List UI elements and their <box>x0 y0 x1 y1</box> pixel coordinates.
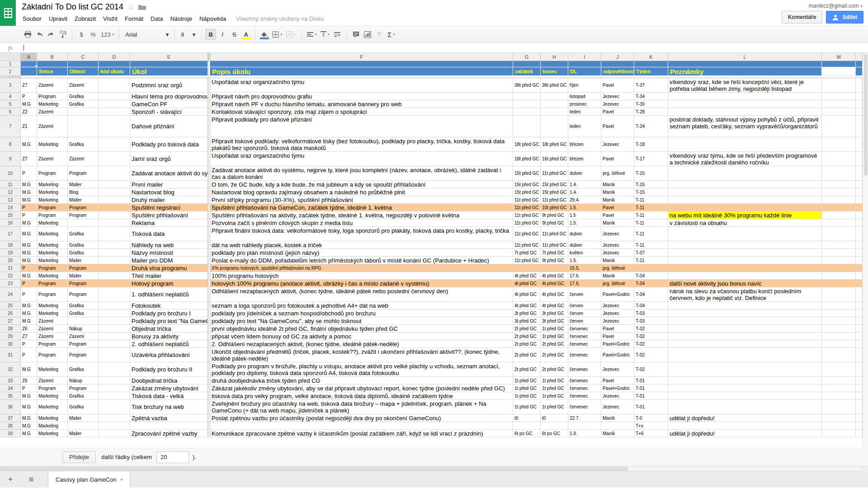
cell-G27[interactable]: 3t před GC <box>513 317 541 325</box>
cell-A6[interactable]: Z2 <box>21 108 37 116</box>
cell-B33[interactable]: Zázemí <box>37 377 68 385</box>
cell-I31[interactable]: červenec <box>568 348 601 362</box>
cell-I19[interactable]: květen <box>568 249 601 257</box>
cell-I26[interactable]: červen <box>568 310 601 317</box>
cell-K2[interactable]: Týden <box>634 67 668 76</box>
cell-D16[interactable] <box>99 219 130 227</box>
cell-J33[interactable]: Pavel <box>601 377 634 385</box>
cell-M11[interactable] <box>822 181 856 188</box>
font-size-select[interactable]: 8▾ <box>178 29 198 39</box>
cell-J34[interactable]: Pavel+Godric <box>601 385 634 392</box>
cell-C35[interactable]: Grafika <box>68 392 99 400</box>
text-color-button[interactable]: A <box>241 29 251 40</box>
cell-N15[interactable] <box>856 211 863 219</box>
cell-H2[interactable]: konec <box>541 67 568 76</box>
cell-N18[interactable] <box>856 241 863 249</box>
cell-H32[interactable]: 2t před GC <box>541 362 568 377</box>
cell-E3[interactable]: Podzimní sraz orgů <box>130 78 208 93</box>
cell-I13[interactable]: 29.4. <box>568 196 601 204</box>
cell-J31[interactable]: Pavel+Godric <box>601 348 634 362</box>
cell-B22[interactable]: Marketing <box>37 272 68 280</box>
filter-icon[interactable] <box>374 29 385 40</box>
cell-M8[interactable] <box>822 137 856 152</box>
col-header-E[interactable]: E <box>130 53 208 61</box>
cell-M23[interactable] <box>822 280 856 287</box>
cell-B10[interactable]: Program <box>37 166 68 181</box>
cell-M25[interactable] <box>822 302 856 310</box>
cell-G11[interactable]: 15t před GC <box>513 181 541 188</box>
cell-F12[interactable]: Nastartovat blog opravdu zajímavý obsahe… <box>210 188 513 196</box>
cell-B8[interactable]: Marketing <box>37 137 68 152</box>
cell-C24[interactable]: Program <box>68 287 99 302</box>
cell-L26[interactable] <box>668 310 822 317</box>
col-header-M[interactable]: M <box>822 53 856 61</box>
row-header-34[interactable]: 34 <box>0 385 21 392</box>
cell-M17[interactable] <box>822 227 856 241</box>
cell-A7[interactable]: Z1 <box>21 116 37 137</box>
row-header-35[interactable]: 35 <box>0 392 21 400</box>
horizontal-align-button[interactable]: ▾ <box>306 29 318 40</box>
cell-N5[interactable] <box>856 100 863 108</box>
row-header-39[interactable]: 39 <box>0 430 21 437</box>
cell-C26[interactable]: Grafika <box>68 310 99 317</box>
cell-H12[interactable]: 15t před GC <box>541 188 568 196</box>
cell-E7[interactable]: Daňové přiznání <box>130 116 208 137</box>
col-header-J[interactable]: J <box>601 53 634 61</box>
cell-K23[interactable]: T-04 <box>634 280 668 287</box>
cell-A21[interactable]: P <box>21 264 37 272</box>
cell-I35[interactable]: červenec <box>568 392 601 400</box>
cell-M35[interactable] <box>822 392 856 400</box>
document-title[interactable]: Základní To Do list GC 2014 <box>22 2 123 12</box>
cell-L13[interactable] <box>668 196 822 204</box>
cell-A12[interactable]: M.G <box>21 188 37 196</box>
cell-G6[interactable] <box>513 108 541 116</box>
cell-L38[interactable] <box>668 422 822 430</box>
cell-G9[interactable]: 18t před GC <box>513 152 541 166</box>
cell-D37[interactable] <box>99 414 130 422</box>
cell-E37[interactable]: Zpětná vazba <box>130 414 208 422</box>
cell-D4[interactable] <box>99 93 130 100</box>
cell-M28[interactable] <box>822 325 856 333</box>
cell-N17[interactable] <box>856 227 863 241</box>
cell-C15[interactable]: Program <box>68 211 99 219</box>
col-header-L[interactable]: L <box>668 53 822 61</box>
cell-F1[interactable] <box>210 61 513 67</box>
cell-F35[interactable]: tisková data pro velký program, velké an… <box>210 392 513 400</box>
cell-M5[interactable] <box>822 100 856 108</box>
cell-K21[interactable] <box>634 264 668 272</box>
cell-D3[interactable] <box>99 78 130 93</box>
cell-K11[interactable]: T-15 <box>634 181 668 188</box>
cell-N4[interactable] <box>856 93 863 100</box>
cell-N36[interactable] <box>856 400 863 414</box>
cell-J4[interactable]: Jezevec <box>601 93 634 100</box>
cell-G29[interactable]: 2t před GC <box>513 333 541 340</box>
cell-K14[interactable]: T-11 <box>634 204 668 211</box>
cell-H11[interactable]: 15t před GC <box>541 181 568 188</box>
cell-J12[interactable]: Maník <box>601 188 634 196</box>
add-rows-count-input[interactable] <box>156 451 189 463</box>
folder-icon[interactable] <box>138 4 146 10</box>
cell-E10[interactable]: Zadávat anotace aktivit do sys <box>130 166 208 181</box>
cell-I28[interactable]: červenec <box>568 325 601 333</box>
cell-I17[interactable]: duben <box>568 227 601 241</box>
cell-G8[interactable]: 18t před GC <box>513 137 541 152</box>
cell-B12[interactable]: Marketing <box>37 188 68 196</box>
cell-A27[interactable]: M.G <box>21 317 37 325</box>
row-header-27[interactable]: 27 <box>0 317 21 325</box>
paint-format-icon[interactable] <box>57 29 68 40</box>
cell-B23[interactable]: Program <box>37 280 68 287</box>
cell-L9[interactable]: víkendový sraz týmu, kde se řeší předevš… <box>668 152 822 166</box>
cell-D26[interactable] <box>99 310 130 317</box>
cell-J2[interactable]: odpovědnost <box>601 67 634 76</box>
cell-M31[interactable] <box>822 348 856 362</box>
cell-J1[interactable] <box>601 61 634 67</box>
cell-N26[interactable] <box>856 310 863 317</box>
cell-L2[interactable]: Poznámky <box>668 67 822 76</box>
cell-I5[interactable]: prosinec <box>568 100 601 108</box>
cell-K38[interactable]: T+x <box>634 422 668 430</box>
cell-E15[interactable]: Spuštění přihlašování <box>130 211 208 219</box>
cell-B2[interactable]: Sekce <box>37 67 68 76</box>
cell-J20[interactable]: Maník <box>601 257 634 264</box>
cell-B5[interactable]: Marketing <box>37 100 68 108</box>
row-header-30[interactable]: 30 <box>0 340 21 348</box>
